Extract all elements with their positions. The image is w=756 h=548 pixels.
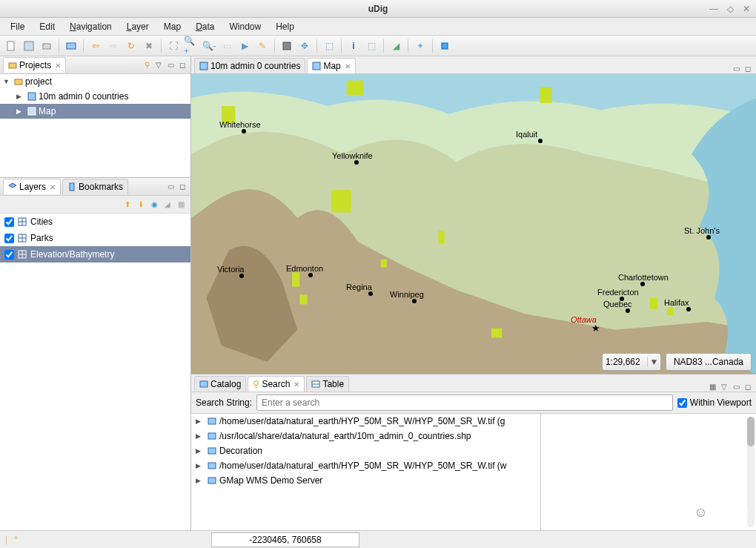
menu-navigation[interactable]: Navigation bbox=[62, 19, 119, 35]
view-menu-icon[interactable]: ▽ bbox=[719, 381, 729, 392]
print-icon[interactable] bbox=[39, 38, 55, 54]
svg-rect-8 bbox=[28, 93, 36, 100]
close-button[interactable]: ✕ bbox=[740, 3, 753, 15]
zoom-next-icon[interactable]: ▭ bbox=[219, 38, 235, 54]
maximize-view-icon[interactable]: ◻ bbox=[743, 381, 753, 392]
select-tool-icon[interactable]: ⬚ bbox=[363, 38, 379, 54]
layer-visibility-checkbox[interactable] bbox=[4, 250, 14, 260]
layer-item[interactable]: Cities bbox=[0, 214, 190, 230]
search-bar: Search String: Within Viewport bbox=[191, 392, 756, 413]
stop-icon[interactable]: ✖ bbox=[141, 38, 157, 54]
zoom-box-icon[interactable]: ⬚ bbox=[321, 38, 337, 54]
collapse-icon[interactable]: ▼ bbox=[3, 78, 12, 85]
view-menu-icon[interactable]: ▽ bbox=[153, 60, 164, 70]
project-item[interactable]: ▶ 10m admin 0 countries bbox=[0, 89, 190, 104]
layers-list[interactable]: Cities Parks Elevation/Bathymetry bbox=[0, 214, 190, 530]
menu-file[interactable]: File bbox=[3, 19, 32, 35]
table-tab[interactable]: Table bbox=[306, 376, 349, 392]
minimize-view-icon[interactable]: ▭ bbox=[731, 63, 741, 73]
maximize-view-icon[interactable]: ◻ bbox=[743, 63, 753, 73]
menu-map[interactable]: Map bbox=[156, 19, 188, 35]
scale-selector[interactable]: ▼ bbox=[602, 353, 661, 371]
close-icon[interactable]: ✕ bbox=[294, 380, 299, 389]
layer-item[interactable]: Elevation/Bathymetry bbox=[0, 246, 190, 263]
menu-data[interactable]: Data bbox=[188, 19, 222, 35]
menu-help[interactable]: Help bbox=[268, 19, 302, 35]
add-layer-icon[interactable] bbox=[63, 38, 79, 54]
forward-icon[interactable]: ⇨ bbox=[105, 38, 122, 54]
save-icon[interactable] bbox=[21, 38, 37, 54]
result-row[interactable]: ▶/usr/local/share/data/natural_earth/10m… bbox=[191, 429, 540, 443]
layers-tab[interactable]: Layers ✕ bbox=[3, 179, 61, 194]
zoom-in-icon[interactable]: 🔍+ bbox=[183, 38, 199, 54]
svg-rect-28 bbox=[438, 231, 444, 243]
expand-icon[interactable]: ▶ bbox=[16, 108, 25, 115]
maximize-button[interactable]: ◇ bbox=[723, 3, 737, 15]
map-canvas[interactable]: WhitehorseIqaluitYellowknifeSt. John'sEd… bbox=[191, 74, 756, 374]
zoom-out-icon[interactable]: 🔍- bbox=[201, 38, 217, 54]
properties-icon[interactable]: ▦ bbox=[176, 199, 186, 210]
expand-icon[interactable]: ▶ bbox=[196, 432, 205, 440]
result-row[interactable]: ▶/home/user/data/natural_earth/HYP_50M_S… bbox=[191, 414, 540, 429]
within-viewport-option[interactable]: Within Viewport bbox=[677, 397, 752, 408]
editor-tab-map[interactable]: Map ✕ bbox=[307, 58, 355, 73]
globe-icon[interactable]: ◉ bbox=[149, 199, 159, 210]
within-viewport-checkbox[interactable] bbox=[677, 398, 687, 408]
search-tab[interactable]: ⚲ Search ✕ bbox=[248, 376, 305, 392]
layer-item[interactable]: Parks bbox=[0, 230, 190, 246]
scale-input[interactable] bbox=[603, 357, 647, 367]
close-icon[interactable]: ✕ bbox=[50, 183, 56, 191]
result-list[interactable]: ▶/home/user/data/natural_earth/HYP_50M_S… bbox=[191, 414, 541, 530]
layer-visibility-checkbox[interactable] bbox=[4, 217, 14, 227]
bookmarks-tab[interactable]: Bookmarks bbox=[62, 179, 128, 194]
marker-icon[interactable] bbox=[437, 38, 453, 54]
result-row[interactable]: ▶Decoration bbox=[191, 443, 540, 458]
menu-window[interactable]: Window bbox=[222, 19, 268, 35]
menu-edit[interactable]: Edit bbox=[32, 19, 62, 35]
expand-icon[interactable]: ▶ bbox=[196, 462, 205, 469]
projects-tree[interactable]: ▼ project ▶ 10m admin 0 countries ▶ Map bbox=[0, 74, 190, 178]
draw-icon[interactable]: ◢ bbox=[388, 38, 404, 54]
zoom-extent-icon[interactable]: ⛶ bbox=[165, 38, 182, 54]
edit-icon[interactable]: ✎ bbox=[254, 38, 271, 54]
minimize-view-icon[interactable]: ▭ bbox=[165, 60, 176, 70]
projects-tab[interactable]: Projects ✕ bbox=[3, 57, 66, 73]
refresh-icon[interactable]: ↻ bbox=[123, 38, 139, 54]
pin-icon[interactable]: ▦ bbox=[707, 381, 717, 392]
catalog-tab[interactable]: Catalog bbox=[194, 376, 246, 392]
back-icon[interactable]: ⇦ bbox=[87, 38, 104, 54]
minimize-button[interactable]: — bbox=[707, 3, 720, 15]
search-input[interactable] bbox=[256, 395, 673, 411]
maximize-view-icon[interactable]: ◻ bbox=[177, 60, 188, 70]
new-icon[interactable] bbox=[3, 38, 19, 54]
paint-icon[interactable]: ✦ bbox=[412, 38, 428, 54]
pan-icon[interactable]: ✥ bbox=[296, 38, 313, 54]
move-up-icon[interactable]: ⬆ bbox=[122, 199, 133, 210]
city-dot bbox=[686, 307, 691, 311]
menu-layer[interactable]: Layer bbox=[119, 19, 156, 35]
scrollbar-thumb[interactable] bbox=[747, 417, 755, 446]
minimize-view-icon[interactable]: ▭ bbox=[731, 381, 741, 392]
close-icon[interactable]: ✕ bbox=[345, 62, 351, 70]
info-icon[interactable]: i bbox=[345, 38, 362, 54]
result-row[interactable]: ▶GMap WMS Demo Server bbox=[191, 473, 540, 488]
style-icon[interactable]: ◢ bbox=[162, 199, 173, 210]
select-icon[interactable] bbox=[279, 38, 295, 54]
project-root-row[interactable]: ▼ project bbox=[0, 74, 190, 89]
project-item[interactable]: ▶ Map bbox=[0, 104, 190, 119]
link-icon[interactable]: ⚲ bbox=[142, 60, 152, 70]
expand-icon[interactable]: ▶ bbox=[196, 417, 205, 425]
expand-icon[interactable]: ▶ bbox=[196, 447, 205, 455]
zoom-prev-icon[interactable]: ▶ bbox=[236, 38, 253, 54]
expand-icon[interactable]: ▶ bbox=[16, 93, 25, 100]
close-icon[interactable]: ✕ bbox=[55, 62, 61, 70]
result-row[interactable]: ▶/home/user/data/natural_earth/HYP_50M_S… bbox=[191, 458, 540, 473]
editor-tab-admin[interactable]: 10m admin 0 countries bbox=[194, 58, 305, 73]
minimize-view-icon[interactable]: ▭ bbox=[165, 182, 176, 192]
crs-button[interactable]: NAD83 ...Canada bbox=[666, 353, 752, 371]
expand-icon[interactable]: ▶ bbox=[196, 477, 205, 484]
maximize-view-icon[interactable]: ◻ bbox=[177, 182, 188, 192]
scale-dropdown-icon[interactable]: ▼ bbox=[647, 357, 660, 367]
move-down-icon[interactable]: ⬇ bbox=[136, 199, 146, 210]
layer-visibility-checkbox[interactable] bbox=[4, 234, 14, 243]
